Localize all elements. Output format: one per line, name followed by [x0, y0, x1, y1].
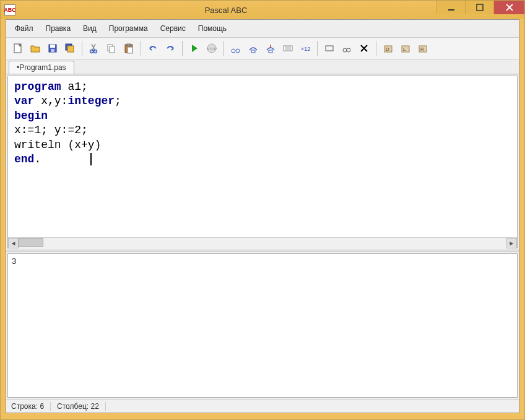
- horizontal-scrollbar[interactable]: ◄ ►: [8, 237, 517, 248]
- step-into-icon: [230, 43, 241, 54]
- code-text: writeln (x+y): [14, 139, 101, 151]
- debug1-button[interactable]: D: [380, 40, 396, 56]
- editor-panel: program a1; var x,y:integer; begin x:=1;…: [7, 76, 518, 248]
- menu-help[interactable]: Помощь: [193, 22, 232, 35]
- menu-service[interactable]: Сервис: [155, 22, 191, 35]
- menubar: Файл Правка Вид Программа Сервис Помощь: [6, 20, 519, 38]
- maximize-icon: [476, 4, 484, 11]
- keyword: program: [14, 81, 61, 93]
- minimize-button[interactable]: [436, 1, 465, 14]
- svg-rect-5: [51, 49, 54, 52]
- type-keyword: integer: [67, 95, 115, 107]
- debug3-button[interactable]: R: [415, 40, 431, 56]
- keyword: var: [14, 95, 34, 107]
- rect-button[interactable]: [321, 40, 337, 56]
- svg-rect-23: [326, 46, 333, 51]
- output-panel[interactable]: 3: [7, 253, 518, 398]
- window-buttons: [436, 1, 524, 19]
- debug2-button[interactable]: L: [397, 40, 414, 56]
- eval-icon: ×123: [300, 43, 311, 54]
- close-icon: [506, 4, 513, 11]
- new-file-icon: [12, 43, 24, 54]
- statusbar: Строка: 6 Столбец: 22: [6, 399, 519, 413]
- new-file-button[interactable]: [10, 40, 26, 56]
- toolbar-separator: [182, 41, 183, 56]
- svg-text:STOP: STOP: [207, 47, 217, 51]
- app-icon: ABC: [4, 4, 15, 15]
- status-column: Столбец: 22: [57, 402, 106, 411]
- save-button[interactable]: [45, 40, 61, 56]
- keyword: begin: [14, 110, 48, 122]
- titlebar: ABC Pascal ABC: [1, 1, 524, 19]
- save-all-icon: [64, 43, 76, 54]
- status-line-value: 6: [40, 402, 44, 411]
- splitter[interactable]: [6, 250, 519, 252]
- menu-edit[interactable]: Правка: [41, 22, 76, 35]
- run-button[interactable]: [186, 40, 202, 56]
- open-button[interactable]: [27, 40, 43, 56]
- close-button[interactable]: [493, 1, 524, 14]
- paste-icon: [123, 43, 134, 54]
- undo-button[interactable]: [145, 40, 161, 56]
- text-cursor: [90, 153, 92, 165]
- menu-view[interactable]: Вид: [78, 22, 102, 35]
- scroll-left-arrow[interactable]: ◄: [8, 238, 19, 248]
- open-folder-icon: [30, 43, 41, 54]
- copy-icon: [106, 43, 117, 54]
- stop-button[interactable]: STOP: [204, 40, 220, 56]
- code-text: a1;: [61, 81, 88, 93]
- save-all-button[interactable]: [62, 40, 78, 56]
- code-text: x,y:: [34, 95, 67, 107]
- code-text: x:=1; y:=2;: [14, 124, 88, 136]
- cut-button[interactable]: [86, 40, 102, 56]
- minimize-icon: [448, 4, 455, 11]
- menu-file[interactable]: Файл: [10, 22, 38, 35]
- svg-rect-1: [477, 4, 483, 11]
- step-over-icon: [248, 43, 259, 54]
- toolbar: STOP ×123 D L R: [6, 38, 519, 59]
- debug3-icon: R: [417, 43, 428, 54]
- keyword: end: [14, 153, 34, 165]
- scroll-track[interactable]: [19, 238, 506, 248]
- svg-rect-20: [269, 50, 272, 53]
- svg-point-24: [343, 48, 347, 52]
- cut-icon: [89, 43, 100, 54]
- stop-icon: STOP: [206, 43, 217, 54]
- toolbar-separator: [223, 41, 224, 56]
- toolbar-separator: [141, 41, 141, 56]
- code-editor[interactable]: program a1; var x,y:integer; begin x:=1;…: [8, 76, 517, 237]
- save-icon: [47, 43, 58, 54]
- svg-point-25: [347, 48, 350, 52]
- scroll-right-arrow[interactable]: ►: [506, 238, 517, 248]
- status-col-label: Столбец:: [57, 402, 89, 411]
- watch-button[interactable]: [280, 40, 296, 56]
- redo-icon: [165, 43, 176, 54]
- window-title: Pascal ABC: [15, 6, 436, 15]
- toolbar-separator: [82, 41, 82, 56]
- menu-program[interactable]: Программа: [104, 22, 153, 35]
- debug1-icon: D: [383, 43, 394, 54]
- svg-rect-4: [50, 45, 55, 48]
- step-out-icon: [265, 43, 276, 54]
- step-over-button[interactable]: [245, 40, 261, 56]
- copy-button[interactable]: [103, 40, 119, 56]
- main-window: Файл Правка Вид Программа Сервис Помощь …: [6, 19, 519, 413]
- scroll-thumb[interactable]: [19, 238, 43, 247]
- status-col-value: 22: [90, 402, 98, 411]
- step-out-button[interactable]: [262, 40, 279, 56]
- svg-point-18: [236, 49, 240, 53]
- redo-button[interactable]: [162, 40, 178, 56]
- tab-program1[interactable]: •Program1.pas: [9, 61, 74, 74]
- eval-button[interactable]: ×123: [297, 40, 313, 56]
- code-text: .: [34, 153, 41, 165]
- paste-button[interactable]: [121, 40, 137, 56]
- maximize-button[interactable]: [465, 1, 493, 14]
- undo-icon: [147, 43, 158, 54]
- code-text: ;: [115, 95, 121, 107]
- view-button[interactable]: [339, 40, 355, 56]
- delete-button[interactable]: [356, 40, 372, 56]
- toolbar-separator: [317, 41, 318, 56]
- svg-rect-13: [127, 44, 131, 46]
- svg-text:×123: ×123: [301, 46, 311, 52]
- step-into-button[interactable]: [228, 40, 244, 56]
